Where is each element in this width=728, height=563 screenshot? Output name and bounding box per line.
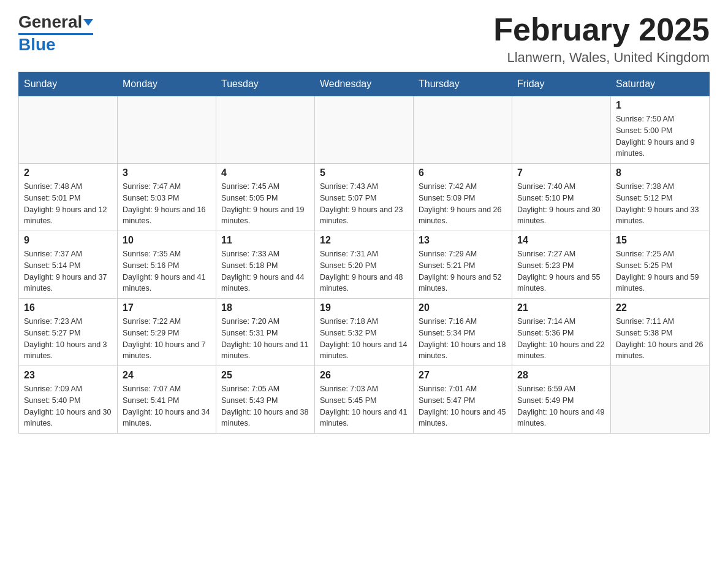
- day-info: Sunrise: 7:14 AM Sunset: 5:36 PM Dayligh…: [517, 316, 605, 362]
- day-number: 15: [616, 235, 704, 246]
- day-number: 2: [24, 167, 112, 178]
- calendar-cell: 19Sunrise: 7:18 AM Sunset: 5:32 PM Dayli…: [315, 299, 414, 366]
- calendar-week-4: 16Sunrise: 7:23 AM Sunset: 5:27 PM Dayli…: [19, 299, 710, 366]
- day-info: Sunrise: 7:20 AM Sunset: 5:31 PM Dayligh…: [221, 316, 309, 362]
- day-number: 25: [221, 370, 309, 381]
- day-info: Sunrise: 7:23 AM Sunset: 5:27 PM Dayligh…: [24, 316, 112, 362]
- day-number: 19: [320, 302, 408, 313]
- day-number: 26: [320, 370, 408, 381]
- day-info: Sunrise: 7:50 AM Sunset: 5:00 PM Dayligh…: [616, 113, 704, 159]
- day-info: Sunrise: 7:27 AM Sunset: 5:23 PM Dayligh…: [517, 248, 605, 294]
- calendar-cell: 5Sunrise: 7:43 AM Sunset: 5:07 PM Daylig…: [315, 164, 414, 231]
- calendar-cell: 23Sunrise: 7:09 AM Sunset: 5:40 PM Dayli…: [19, 366, 118, 434]
- day-number: 10: [123, 235, 211, 246]
- weekday-header-thursday: Thursday: [414, 72, 512, 96]
- day-info: Sunrise: 7:07 AM Sunset: 5:41 PM Dayligh…: [123, 383, 211, 429]
- calendar-cell: 27Sunrise: 7:01 AM Sunset: 5:47 PM Dayli…: [414, 366, 512, 434]
- calendar-cell: 2Sunrise: 7:48 AM Sunset: 5:01 PM Daylig…: [19, 164, 118, 231]
- calendar-cell: 18Sunrise: 7:20 AM Sunset: 5:31 PM Dayli…: [216, 299, 315, 366]
- day-number: 1: [616, 100, 704, 111]
- day-info: Sunrise: 7:05 AM Sunset: 5:43 PM Dayligh…: [221, 383, 309, 429]
- calendar-cell: 12Sunrise: 7:31 AM Sunset: 5:20 PM Dayli…: [315, 231, 414, 299]
- calendar-cell: 15Sunrise: 7:25 AM Sunset: 5:25 PM Dayli…: [611, 231, 710, 299]
- day-number: 14: [517, 235, 605, 246]
- day-info: Sunrise: 7:03 AM Sunset: 5:45 PM Dayligh…: [320, 383, 408, 429]
- day-number: 27: [419, 370, 507, 381]
- calendar-cell: 26Sunrise: 7:03 AM Sunset: 5:45 PM Dayli…: [315, 366, 414, 434]
- logo-triangle-icon: [83, 19, 93, 26]
- day-number: 12: [320, 235, 408, 246]
- day-info: Sunrise: 7:16 AM Sunset: 5:34 PM Dayligh…: [419, 316, 507, 362]
- day-number: 7: [517, 167, 605, 178]
- title-area: February 2025 Llanwern, Wales, United Ki…: [493, 12, 710, 66]
- calendar-cell: 8Sunrise: 7:38 AM Sunset: 5:12 PM Daylig…: [611, 164, 710, 231]
- day-info: Sunrise: 7:25 AM Sunset: 5:25 PM Dayligh…: [616, 248, 704, 294]
- day-info: Sunrise: 7:01 AM Sunset: 5:47 PM Dayligh…: [419, 383, 507, 429]
- calendar-cell: 6Sunrise: 7:42 AM Sunset: 5:09 PM Daylig…: [414, 164, 512, 231]
- calendar-week-2: 2Sunrise: 7:48 AM Sunset: 5:01 PM Daylig…: [19, 164, 710, 231]
- day-number: 21: [517, 302, 605, 313]
- logo-icon: [83, 19, 93, 26]
- day-number: 4: [221, 167, 309, 178]
- calendar-week-3: 9Sunrise: 7:37 AM Sunset: 5:14 PM Daylig…: [19, 231, 710, 299]
- calendar-cell: [19, 96, 118, 164]
- day-info: Sunrise: 7:38 AM Sunset: 5:12 PM Dayligh…: [616, 181, 704, 227]
- weekday-header-wednesday: Wednesday: [315, 72, 414, 96]
- logo-general-text: General: [18, 12, 82, 32]
- day-number: 18: [221, 302, 309, 313]
- day-info: Sunrise: 7:47 AM Sunset: 5:03 PM Dayligh…: [123, 181, 211, 227]
- calendar-cell: 17Sunrise: 7:22 AM Sunset: 5:29 PM Dayli…: [118, 299, 216, 366]
- day-number: 5: [320, 167, 408, 178]
- calendar-cell: 3Sunrise: 7:47 AM Sunset: 5:03 PM Daylig…: [118, 164, 216, 231]
- calendar-week-1: 1Sunrise: 7:50 AM Sunset: 5:00 PM Daylig…: [19, 96, 710, 164]
- calendar-cell: 11Sunrise: 7:33 AM Sunset: 5:18 PM Dayli…: [216, 231, 315, 299]
- calendar-cell: 14Sunrise: 7:27 AM Sunset: 5:23 PM Dayli…: [512, 231, 611, 299]
- calendar-cell: 4Sunrise: 7:45 AM Sunset: 5:05 PM Daylig…: [216, 164, 315, 231]
- day-info: Sunrise: 7:09 AM Sunset: 5:40 PM Dayligh…: [24, 383, 112, 429]
- day-info: Sunrise: 7:43 AM Sunset: 5:07 PM Dayligh…: [320, 181, 408, 227]
- logo: General Blue: [18, 12, 93, 55]
- day-info: Sunrise: 7:29 AM Sunset: 5:21 PM Dayligh…: [419, 248, 507, 294]
- month-title: February 2025: [493, 12, 710, 47]
- day-info: Sunrise: 6:59 AM Sunset: 5:49 PM Dayligh…: [517, 383, 605, 429]
- day-number: 3: [123, 167, 211, 178]
- weekday-header-monday: Monday: [118, 72, 216, 96]
- day-info: Sunrise: 7:45 AM Sunset: 5:05 PM Dayligh…: [221, 181, 309, 227]
- calendar-header: SundayMondayTuesdayWednesdayThursdayFrid…: [19, 72, 710, 96]
- calendar-body: 1Sunrise: 7:50 AM Sunset: 5:00 PM Daylig…: [19, 96, 710, 434]
- day-number: 17: [123, 302, 211, 313]
- calendar-cell: [118, 96, 216, 164]
- day-number: 11: [221, 235, 309, 246]
- day-info: Sunrise: 7:37 AM Sunset: 5:14 PM Dayligh…: [24, 248, 112, 294]
- weekday-header-friday: Friday: [512, 72, 611, 96]
- day-number: 20: [419, 302, 507, 313]
- calendar-cell: [512, 96, 611, 164]
- calendar-cell: 20Sunrise: 7:16 AM Sunset: 5:34 PM Dayli…: [414, 299, 512, 366]
- day-info: Sunrise: 7:48 AM Sunset: 5:01 PM Dayligh…: [24, 181, 112, 227]
- calendar-cell: 7Sunrise: 7:40 AM Sunset: 5:10 PM Daylig…: [512, 164, 611, 231]
- day-number: 16: [24, 302, 112, 313]
- calendar-cell: 21Sunrise: 7:14 AM Sunset: 5:36 PM Dayli…: [512, 299, 611, 366]
- day-info: Sunrise: 7:42 AM Sunset: 5:09 PM Dayligh…: [419, 181, 507, 227]
- day-number: 22: [616, 302, 704, 313]
- day-number: 8: [616, 167, 704, 178]
- weekday-header-sunday: Sunday: [19, 72, 118, 96]
- calendar-cell: 9Sunrise: 7:37 AM Sunset: 5:14 PM Daylig…: [19, 231, 118, 299]
- calendar-cell: [216, 96, 315, 164]
- weekday-header-saturday: Saturday: [611, 72, 710, 96]
- calendar-table: SundayMondayTuesdayWednesdayThursdayFrid…: [18, 72, 710, 434]
- calendar-cell: [315, 96, 414, 164]
- calendar-cell: 25Sunrise: 7:05 AM Sunset: 5:43 PM Dayli…: [216, 366, 315, 434]
- header: General Blue February 2025 Llanwern, Wal…: [18, 12, 710, 66]
- calendar-cell: [414, 96, 512, 164]
- day-info: Sunrise: 7:18 AM Sunset: 5:32 PM Dayligh…: [320, 316, 408, 362]
- day-info: Sunrise: 7:31 AM Sunset: 5:20 PM Dayligh…: [320, 248, 408, 294]
- day-number: 9: [24, 235, 112, 246]
- day-number: 23: [24, 370, 112, 381]
- weekday-header-tuesday: Tuesday: [216, 72, 315, 96]
- calendar-week-5: 23Sunrise: 7:09 AM Sunset: 5:40 PM Dayli…: [19, 366, 710, 434]
- calendar-cell: 16Sunrise: 7:23 AM Sunset: 5:27 PM Dayli…: [19, 299, 118, 366]
- day-number: 13: [419, 235, 507, 246]
- day-number: 6: [419, 167, 507, 178]
- calendar-cell: 28Sunrise: 6:59 AM Sunset: 5:49 PM Dayli…: [512, 366, 611, 434]
